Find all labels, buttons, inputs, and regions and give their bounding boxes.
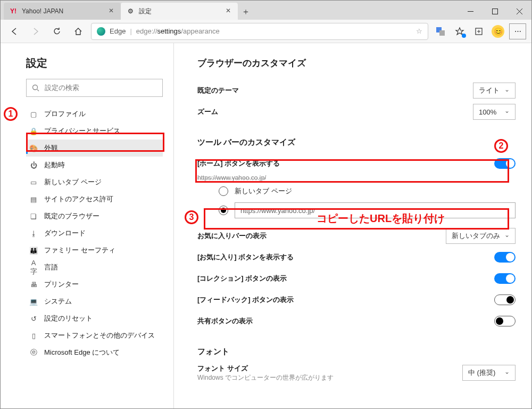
svg-point-9 [33,85,38,90]
fontsize-hint: Windows でコンピューターの世界が広がります [197,373,334,382]
address-bar[interactable]: Edge | edge://settings/appearance ☆ [91,23,428,40]
translate-icon[interactable] [433,23,448,39]
collections-toggle[interactable] [494,273,516,284]
home-url-hint: https://www.yahoo.co.jp/ [197,174,516,182]
favbar-label: お気に入りバーの表示 [197,231,267,241]
sidebar-label: プライバシーとサービス [44,126,120,136]
sidebar-label: ダウンロード [44,228,86,238]
close-button[interactable] [507,3,531,20]
sidebar-item-reset[interactable]: ↺設定のリセット [26,310,163,327]
row-feedback-button: [フィードバック] ボタンの表示 [197,289,516,310]
tab-close-icon[interactable]: ✕ [224,7,232,15]
favorite-star-icon[interactable]: ☆ [416,27,422,35]
sidebar-item-newtab[interactable]: ▭新しいタブ ページ [26,174,163,191]
sidebar-item-language[interactable]: A字言語 [26,259,163,276]
sidebar-label: スマートフォンとその他のデバイス [44,331,155,340]
lock-icon: 🔒 [29,127,38,135]
profile-avatar[interactable]: 😊 [490,23,506,39]
row-collections-button: [コレクション] ボタンの表示 [197,268,516,289]
sidebar-label: 新しいタブ ページ [44,177,102,187]
family-icon: 👪 [29,247,38,255]
sidebar-label: システム [44,297,72,306]
sidebar-label: サイトのアクセス許可 [44,194,113,204]
home-button-toggle[interactable] [494,158,516,169]
sidebar-item-family[interactable]: 👪ファミリー セーフティ [26,242,163,259]
maximize-button[interactable] [483,3,507,20]
svg-rect-1 [492,9,497,14]
svg-line-10 [37,89,39,91]
fontsize-dropdown[interactable]: 中 (推奨) [462,365,516,381]
settings-search[interactable]: 設定の検索 [26,79,163,97]
sidebar-label: ファミリー セーフティ [44,246,115,255]
radio-url[interactable] [219,206,228,215]
content: 設定 設定の検索 ▢プロファイル 🔒プライバシーとサービス 🎨外観 ⏻起動時 ▭… [1,43,531,409]
tab-title: Yahoo! JAPAN [22,7,103,15]
sidebar-label: 起動時 [44,160,65,170]
power-icon: ⏻ [29,161,38,169]
feedback-toggle[interactable] [494,295,516,305]
favicon-gear-icon: ⚙ [126,7,135,15]
toolbar-right: 😊 ⋯ [433,23,526,39]
zoom-dropdown[interactable]: 100% [473,104,516,120]
sidebar-item-phone[interactable]: ▯スマートフォンとその他のデバイス [26,327,163,344]
sidebar-label: 言語 [44,263,58,272]
profile-icon: ▢ [29,110,38,118]
radio-row-url[interactable]: https://www.yahoo.co.jp/ [197,201,516,220]
more-button[interactable]: ⋯ [509,23,526,39]
permissions-icon: ▤ [29,195,38,203]
printer-icon: 🖶 [29,281,38,289]
sidebar-item-downloads[interactable]: ⭳ダウンロード [26,225,163,242]
sidebar-item-startup[interactable]: ⏻起動時 [26,157,163,174]
sidebar-item-sitepermissions[interactable]: ▤サイトのアクセス許可 [26,191,163,208]
radio-newtab[interactable] [219,186,228,196]
favbar-dropdown[interactable]: 新しいタブのみ [446,228,516,244]
svg-rect-5 [439,30,445,36]
system-icon: 💻 [29,298,38,306]
refresh-button[interactable] [48,23,65,40]
tabs: Y! Yahoo! JAPAN ✕ ⚙ 設定 ✕ ＋ [1,1,254,20]
minimize-button[interactable] [458,3,483,20]
tab-close-icon[interactable]: ✕ [107,7,115,15]
settings-main: ブラウザーのカスタマイズ 既定のテーマ ライト ズーム 100% ツール バーの… [174,43,531,409]
radio-row-newtab[interactable]: 新しいタブ ページ [197,182,516,201]
back-button[interactable] [6,23,23,40]
theme-dropdown[interactable]: ライト [473,83,516,99]
share-toggle[interactable] [494,316,516,326]
annotation-badge-1: 1 [4,107,18,121]
tab-yahoo[interactable]: Y! Yahoo! JAPAN ✕ [4,3,121,20]
section-browser-customize: ブラウザーのカスタマイズ [197,57,516,69]
palette-icon: 🎨 [29,144,38,152]
zoom-label: ズーム [197,107,218,117]
favicon-yahoo: Y! [9,7,18,15]
favorites-icon[interactable] [452,23,468,39]
address-url: edge://settings/appearance [136,27,220,35]
sidebar-item-about[interactable]: ⓔMicrosoft Edge について [26,344,163,361]
sidebar-label: 設定のリセット [44,314,93,323]
sidebar-item-defaultbrowser[interactable]: ❏既定のブラウザー [26,208,163,225]
sidebar-item-appearance[interactable]: 🎨外観 [26,140,163,157]
new-tab-button[interactable]: ＋ [238,4,254,20]
reset-icon: ↺ [29,315,38,323]
share-label: 共有ボタンの表示 [197,316,253,326]
forward-button[interactable] [27,23,44,40]
tab-settings[interactable]: ⚙ 設定 ✕ [121,3,238,20]
sidebar-item-profile[interactable]: ▢プロファイル [26,105,163,122]
collections-icon[interactable] [471,23,487,39]
row-home-button: [ホーム] ボタンを表示する [197,153,516,174]
fav-button-toggle[interactable] [494,252,516,263]
fav-button-label: [お気に入り] ボタンを表示する [197,252,294,262]
sidebar-label: Microsoft Edge について [44,348,120,357]
home-url-input[interactable]: https://www.yahoo.co.jp/ [235,202,516,218]
sidebar-item-system[interactable]: 💻システム [26,293,163,310]
home-button[interactable] [70,23,87,40]
radio-newtab-label: 新しいタブ ページ [235,186,292,196]
sidebar-item-privacy[interactable]: 🔒プライバシーとサービス [26,122,163,140]
sidebar-item-printer[interactable]: 🖶プリンター [26,276,163,293]
browser-icon: ❏ [29,212,38,220]
fontsize-label: フォント サイズ [197,364,334,373]
newtab-icon: ▭ [29,178,38,186]
row-fav-button: [お気に入り] ボタンを表示する [197,247,516,268]
window-buttons [458,3,531,20]
sidebar-label: プリンター [44,280,79,289]
section-toolbar-customize: ツール バーのカスタマイズ [197,137,516,148]
